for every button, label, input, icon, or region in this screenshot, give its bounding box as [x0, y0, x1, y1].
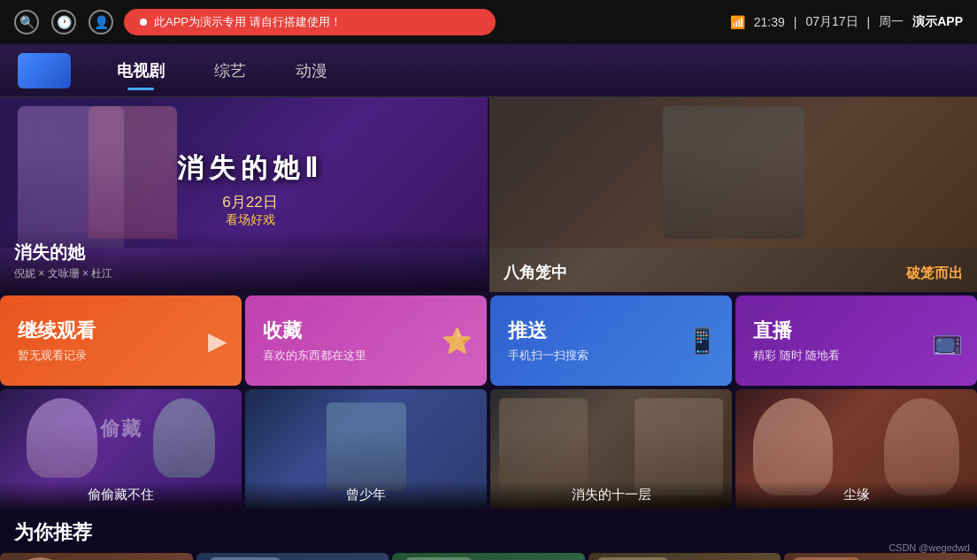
- recommend-item-2[interactable]: [392, 553, 585, 560]
- search-icon[interactable]: 🔍: [14, 10, 39, 35]
- content-label-3: 尘缘: [735, 481, 977, 509]
- banner-right-bg: [489, 97, 977, 248]
- weekday-display: 周一: [879, 14, 904, 30]
- main-content: 消失的她Ⅱ 6月22日 看场好戏 消失的她 倪妮 × 文咏珊 × 杜江 八角笼中…: [0, 97, 977, 560]
- favorites-card[interactable]: 收藏 喜欢的东西都在这里 ⭐: [245, 295, 487, 386]
- banner-cast: 倪妮 × 文咏珊 × 杜江: [14, 266, 473, 281]
- continue-watching-title: 继续观看: [18, 318, 224, 344]
- nav-bar: 电视剧 综艺 动漫: [0, 44, 977, 97]
- tab-drama[interactable]: 电视剧: [96, 53, 186, 88]
- section-title: 为你推荐: [14, 521, 92, 543]
- tab-variety[interactable]: 综艺: [193, 53, 267, 88]
- push-sub: 手机扫一扫搜索: [508, 348, 714, 364]
- live-title: 直播: [753, 318, 959, 344]
- separator2: |: [867, 15, 871, 29]
- favorites-icon: ⭐: [442, 326, 473, 356]
- banner-title-left: 消失的她: [14, 241, 473, 265]
- favorites-sub: 喜欢的东西都在这里: [263, 348, 469, 364]
- live-card[interactable]: 直播 精彩 随时 随地看 📺: [735, 295, 977, 386]
- live-sub: 精彩 随时 随地看: [753, 348, 959, 364]
- content-item-3[interactable]: 尘缘: [735, 389, 977, 509]
- banner-sub-right: 破笼而出: [906, 265, 963, 283]
- separator: |: [794, 15, 797, 29]
- watermark: CSDN @wegedwd: [889, 542, 970, 553]
- notification-text: 此APP为演示专用 请自行搭建使用！: [154, 14, 342, 30]
- favorites-title: 收藏: [263, 318, 469, 344]
- content-label-1: 曾少年: [245, 481, 487, 509]
- live-icon: 📺: [932, 326, 963, 356]
- status-bar: 🔍 🕐 👤 此APP为演示专用 请自行搭建使用！ 📶 21:39 | 07月17…: [0, 0, 977, 44]
- continue-watching-sub: 暂无观看记录: [18, 348, 224, 364]
- time-display: 21:39: [754, 15, 785, 29]
- banner-left-overlay: 消失的她 倪妮 × 文咏珊 × 杜江: [0, 230, 488, 292]
- banner-right[interactable]: 八角笼中 破笼而出: [489, 97, 977, 292]
- wifi-icon: 📶: [730, 15, 745, 29]
- recommend-item-0[interactable]: [0, 553, 193, 560]
- push-title: 推送: [508, 318, 714, 344]
- nav-icons[interactable]: 🔍 🕐 👤: [14, 10, 113, 35]
- app-name: 演示APP: [912, 14, 963, 30]
- notification-dot: [140, 19, 147, 26]
- push-icon: 📱: [687, 326, 718, 356]
- nav-logo: [18, 53, 71, 88]
- push-card[interactable]: 推送 手机扫一扫搜索 📱: [490, 295, 732, 386]
- content-label-2: 消失的十一层: [490, 481, 732, 509]
- continue-watching-icon: ▶: [208, 326, 227, 356]
- recommend-item-3[interactable]: [589, 553, 781, 560]
- banner-left[interactable]: 消失的她Ⅱ 6月22日 看场好戏 消失的她 倪妮 × 文咏珊 × 杜江: [0, 97, 488, 292]
- banner-section: 消失的她Ⅱ 6月22日 看场好戏 消失的她 倪妮 × 文咏珊 × 杜江 八角笼中…: [0, 97, 977, 292]
- date-display: 07月17日: [805, 14, 858, 30]
- content-item-1[interactable]: 曾少年: [245, 389, 487, 509]
- content-label-0: 偷偷藏不住: [0, 481, 242, 509]
- history-icon[interactable]: 🕐: [51, 10, 76, 35]
- content-item-0[interactable]: 偷藏 偷偷藏不住: [0, 389, 242, 509]
- recommend-item-4[interactable]: 4月29日: [784, 553, 977, 560]
- tab-anime[interactable]: 动漫: [274, 53, 349, 88]
- film-title-overlay: 消失的她Ⅱ 6月22日 看场好戏: [177, 150, 323, 228]
- section-header: 为你推荐: [0, 509, 977, 553]
- recommend-item-1[interactable]: [196, 553, 389, 560]
- content-item-2[interactable]: 消失的十一层: [490, 389, 732, 509]
- user-icon[interactable]: 👤: [88, 10, 113, 35]
- recommend-grid: 4月29日: [0, 553, 977, 560]
- action-cards: 继续观看 暂无观看记录 ▶ 收藏 喜欢的东西都在这里 ⭐ 推送 手机扫一扫搜索 …: [0, 292, 977, 389]
- continue-watching-card[interactable]: 继续观看 暂无观看记录 ▶: [0, 295, 242, 386]
- banner-label-right: 八角笼中: [504, 262, 567, 283]
- notification-pill[interactable]: 此APP为演示专用 请自行搭建使用！: [124, 9, 496, 35]
- status-right: 📶 21:39 | 07月17日 | 周一 演示APP: [730, 14, 963, 30]
- content-grid: 偷藏 偷偷藏不住 曾少年 消失的十一层 尘缘: [0, 389, 977, 509]
- banner-date: 6月22日: [177, 192, 323, 212]
